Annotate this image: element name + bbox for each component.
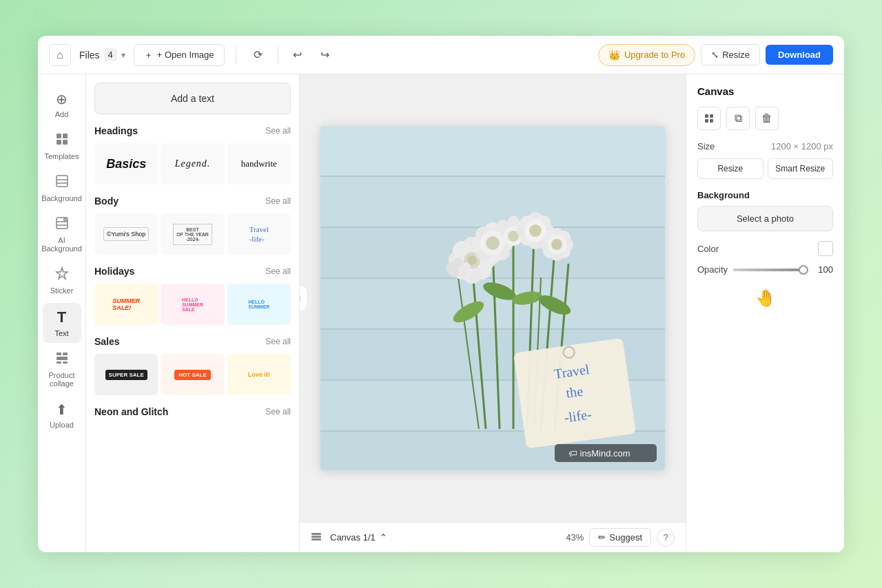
ai-background-icon: AI [55, 216, 69, 233]
background-section-label: Background [697, 190, 833, 200]
resize-option-button[interactable]: Resize [697, 158, 763, 179]
headings-title: Headings [94, 125, 138, 136]
heading-sample-legend[interactable]: Legend. [161, 143, 224, 185]
files-area: Files 4 ▾ [79, 48, 125, 61]
color-swatch[interactable] [818, 241, 833, 256]
open-image-button[interactable]: ＋ + Open Image [134, 44, 225, 66]
sidebar-item-upload-label: Upload [50, 421, 74, 429]
loop-button[interactable]: ⟳ [247, 44, 269, 66]
svg-rect-26 [320, 328, 665, 330]
sidebar-item-ai-background[interactable]: AI AI Background [43, 211, 81, 258]
panel-collapse-button[interactable]: ‹ [300, 284, 308, 312]
sales-sample-hot[interactable]: HOT SALE [161, 354, 224, 395]
footer-right: 43% ✏ Suggest ? [566, 528, 675, 547]
style-action-button[interactable] [697, 107, 721, 130]
main-body: ⊕ Add Templates Background AI AI Backgro [38, 74, 844, 552]
headings-grid: Basics Legend. handwrite [94, 143, 291, 185]
svg-point-89 [551, 239, 562, 250]
undo-button[interactable]: ↩ [287, 44, 309, 66]
canvas-workspace[interactable]: ‹ [300, 74, 686, 522]
holidays-see-all[interactable]: See all [265, 266, 291, 276]
sidebar-item-templates[interactable]: Templates [43, 127, 81, 166]
canvas-page-label: Canvas 1/1 [330, 532, 376, 543]
svg-text:the: the [565, 384, 584, 401]
svg-rect-19 [320, 126, 665, 176]
download-button[interactable]: Download [766, 45, 833, 65]
holidays-grid: SUMMERSALE! HELLOSUMMERSALE HELLOSUMMER [94, 284, 291, 325]
body-sample-shop[interactable]: ©Yumi's Shop [94, 213, 158, 255]
holidays-sample-hello-summer2[interactable]: HELLOSUMMER [227, 284, 291, 325]
neon-glitch-see-all[interactable]: See all [265, 407, 291, 417]
body-section-header: Body See all [94, 196, 291, 207]
color-label: Color [697, 244, 719, 254]
home-icon: ⌂ [57, 49, 63, 61]
sidebar-item-product-collage-label: Product collage [45, 371, 79, 388]
crown-icon: 👑 [608, 50, 620, 61]
svg-rect-106 [710, 119, 713, 123]
svg-rect-0 [57, 134, 61, 138]
home-button[interactable]: ⌂ [49, 44, 71, 66]
sales-sample-love-it[interactable]: Love it! [227, 354, 291, 395]
layers-icon [311, 531, 322, 544]
svg-rect-3 [63, 140, 68, 145]
upgrade-button[interactable]: 👑 Upgrade to Pro [598, 44, 695, 66]
resize-icon: ⤡ [711, 50, 719, 60]
body-sample-best[interactable]: BESTOF THE YEAR-2024- [161, 213, 224, 255]
collapse-icon: ‹ [300, 293, 301, 303]
sidebar-item-product-collage[interactable]: Product collage [43, 346, 81, 393]
style-icon [704, 113, 715, 124]
body-see-all[interactable]: See all [265, 196, 291, 206]
app-container: ⌂ Files 4 ▾ ＋ + Open Image ⟳ ↩ ↪ 👑 Upgra… [38, 36, 844, 552]
delete-icon: 🗑 [761, 112, 772, 125]
add-text-button[interactable]: Add a text [94, 83, 291, 114]
opacity-thumb[interactable] [799, 265, 808, 275]
duplicate-icon: ⧉ [735, 112, 742, 125]
canvas-background: Travel the -life- 🏷 insMind.com [320, 126, 665, 470]
sales-sample-super[interactable]: SUPER SALE [94, 354, 158, 395]
sidebar-item-add[interactable]: ⊕ Add [43, 85, 81, 124]
help-button[interactable]: ? [657, 529, 675, 547]
opacity-slider[interactable] [733, 269, 807, 271]
holidays-sample-hello-summer[interactable]: HELLOSUMMERSALE [161, 284, 224, 325]
header-divider [236, 47, 236, 63]
svg-rect-17 [63, 361, 68, 364]
canvas-image: Travel the -life- 🏷 insMind.com [320, 126, 665, 470]
templates-icon [55, 132, 69, 149]
resize-header-button[interactable]: ⤡ Resize [701, 44, 760, 65]
svg-rect-105 [705, 119, 708, 123]
suggest-button[interactable]: ✏ Suggest [589, 528, 651, 547]
holidays-sample-summer-sale[interactable]: SUMMERSALE! [94, 284, 158, 325]
files-label: Files [79, 50, 100, 61]
sales-see-all[interactable]: See all [265, 337, 291, 346]
files-chevron-icon[interactable]: ▾ [121, 50, 125, 60]
canvas-action-buttons: ⧉ 🗑 [697, 107, 833, 130]
canvas-expand-icon[interactable]: ⌃ [380, 532, 387, 543]
sidebar-item-sticker[interactable]: Sticker [43, 261, 81, 300]
sidebar-item-ai-background-label: AI Background [41, 236, 82, 253]
sticker-icon [55, 266, 69, 284]
headings-see-all[interactable]: See all [265, 126, 291, 136]
sidebar-item-upload[interactable]: ⬆ Upload [43, 396, 81, 434]
body-sample-travel[interactable]: Travel-life- [227, 213, 291, 255]
size-value: 1200 × 1200 px [771, 141, 833, 151]
right-panel: Canvas ⧉ 🗑 Size 1200 × 1200 px Resize Sm… [686, 74, 844, 552]
canvas-page-info: Canvas 1/1 ⌃ [330, 532, 387, 543]
redo-button[interactable]: ↪ [314, 44, 336, 66]
delete-action-button[interactable]: 🗑 [755, 107, 779, 130]
sidebar-item-background[interactable]: Background [43, 169, 81, 208]
sidebar-item-templates-label: Templates [44, 152, 79, 160]
files-count: 4 [104, 48, 117, 61]
opacity-label: Opacity [697, 264, 728, 275]
heading-sample-basics[interactable]: Basics [94, 143, 158, 185]
resize-options-row: Resize Smart Resize [697, 158, 833, 179]
heading-sample-handwrite[interactable]: handwrite [227, 143, 291, 185]
layers-button[interactable] [311, 531, 322, 544]
smart-resize-option-button[interactable]: Smart Resize [768, 158, 834, 179]
svg-rect-2 [57, 140, 61, 145]
sidebar-item-text[interactable]: T Text [43, 303, 81, 343]
select-photo-button[interactable]: Select a photo [697, 206, 833, 231]
svg-point-79 [529, 224, 542, 237]
sales-section-header: Sales See all [94, 336, 291, 347]
duplicate-action-button[interactable]: ⧉ [726, 107, 750, 130]
background-svg: Travel the -life- 🏷 insMind.com [320, 126, 665, 470]
